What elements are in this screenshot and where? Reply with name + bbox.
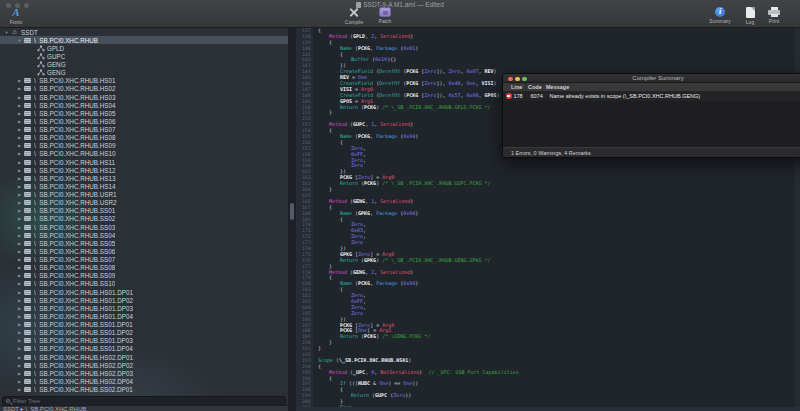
disclosure-triangle-icon[interactable]: ▶ [16,176,23,181]
tree-item[interactable]: ▶\_SB.PCI0.XHC.RHUB.HS01.DP02 [0,296,288,304]
disclosure-triangle-icon[interactable]: ▶ [16,135,23,140]
tree-item[interactable]: ▼\_SB.PCI0.XHC.RHUB [0,36,288,44]
tree-item[interactable]: ▶\_SB.PCI0.XHC.RHUB.SS01 [0,207,288,215]
tree-item[interactable]: ▶\_SB.PCI0.XHC.RHUB.HS10 [0,150,288,158]
summary-button[interactable]: i Summary [706,7,734,24]
sidebar-scrollbar-thumb[interactable] [290,203,295,220]
disclosure-triangle-icon[interactable]: ▶ [16,306,23,311]
tree-item[interactable]: ▶\_SB.PCI0.XHC.RHUB.SS10 [0,280,288,288]
tree-item[interactable]: ▶\_SB.PCI0.XHC.RHUB.HS14 [0,182,288,190]
tree-item[interactable]: GPLD [0,44,288,52]
column-header-line[interactable]: Line [503,83,526,91]
log-button[interactable]: Log [741,7,759,25]
tree-item[interactable]: ▶\_SB.PCI0.XHC.RHUB.HS03 [0,93,288,101]
column-header-code[interactable]: Code [526,83,543,91]
tree-item[interactable]: ▼⌂SSDT [0,28,288,36]
breadcrumb[interactable]: SSDT ▸ \_SB.PCI0.XHC.RHUB [0,405,288,411]
tree-item[interactable]: ▶\_SB.PCI0.XHC.RHUB.HS02.DP01 [0,353,288,361]
disclosure-triangle-icon[interactable]: ▶ [16,216,23,221]
disclosure-triangle-icon[interactable]: ▶ [16,379,23,384]
tree-item[interactable]: ▶\_SB.PCI0.XHC.RHUB.HS05 [0,109,288,117]
disclosure-triangle-icon[interactable]: ▶ [16,111,23,116]
disclosure-triangle-icon[interactable]: ▶ [16,103,23,108]
tree-item[interactable]: ▶\_SB.PCI0.XHC.RHUB.HS06 [0,117,288,125]
tree-item[interactable]: ▶\_SB.PCI0.XHC.RHUB.SS01.DP01 [0,321,288,329]
disclosure-triangle-icon[interactable]: ▶ [16,127,23,132]
tree-item[interactable]: ▶\_SB.PCI0.XHC.RHUB.SS04 [0,231,288,239]
disclosure-triangle-icon[interactable]: ▶ [16,86,23,91]
disclosure-triangle-icon[interactable]: ▶ [16,241,23,246]
disclosure-triangle-icon[interactable]: ▼ [3,30,10,35]
tree-item[interactable]: ▶\_SB.PCI0.XHC.RHUB.SS03 [0,223,288,231]
disclosure-triangle-icon[interactable]: ▶ [16,338,23,343]
disclosure-triangle-icon[interactable]: ▶ [16,265,23,270]
tree-item[interactable]: ▶\_SB.PCI0.XHC.RHUB.HS02.DP04 [0,377,288,385]
disclosure-triangle-icon[interactable]: ▶ [16,160,23,165]
tree-item[interactable]: ▶\_SB.PCI0.XHC.RHUB.HS04 [0,101,288,109]
tree-item[interactable]: ▶\_SB.PCI0.XHC.RHUB.SS07 [0,256,288,264]
tree-item[interactable]: ▶\_SB.PCI0.XHC.RHUB.SS08 [0,264,288,272]
disclosure-triangle-icon[interactable]: ▶ [16,200,23,205]
disclosure-triangle-icon[interactable]: ▶ [16,290,23,295]
disclosure-triangle-icon[interactable]: ▶ [16,225,23,230]
tree-item[interactable]: ▶\_SB.PCI0.XHC.RHUB.HS13 [0,174,288,182]
tree-item[interactable]: ▶\_SB.PCI0.XHC.RHUB.HS11 [0,158,288,166]
tree-item[interactable]: ▶\_SB.PCI0.XHC.RHUB.SS05 [0,239,288,247]
fonts-button[interactable]: A Fonts [4,7,28,25]
disclosure-triangle-icon[interactable]: ▶ [16,322,23,327]
disclosure-triangle-icon[interactable]: ▶ [16,168,23,173]
popup-titlebar[interactable]: Compiler Summary [503,74,800,83]
disclosure-triangle-icon[interactable]: ▶ [16,387,23,392]
tree-item[interactable]: GENG [0,61,288,69]
disclosure-triangle-icon[interactable]: ▶ [16,184,23,189]
disclosure-triangle-icon[interactable]: ▶ [16,330,23,335]
popup-minimize-icon[interactable] [515,77,520,82]
compile-button[interactable]: Compile [341,7,367,25]
tree-item[interactable]: ▶\_SB.PCI0.XHC.RHUB.SS01.DP03 [0,337,288,345]
disclosure-triangle-icon[interactable]: ▶ [16,192,23,197]
popup-zoom-icon[interactable] [522,77,527,82]
disclosure-triangle-icon[interactable]: ▶ [16,298,23,303]
tree-item[interactable]: ▶\_SB.PCI0.XHC.RHUB.HS08 [0,134,288,142]
tree-item[interactable]: ▶\_SB.PCI0.XHC.RHUB.HS01.DP01 [0,288,288,296]
disclosure-triangle-icon[interactable]: ▼ [16,38,23,43]
compiler-message-row[interactable]: 1786074Name already exists in scope (\_S… [503,92,800,101]
tree-item[interactable]: ▶\_SB.PCI0.XHC.RHUB.HS07 [0,126,288,134]
tree-item[interactable]: ▶\_SB.PCI0.XHC.RHUB.SS02.DP01 [0,386,288,394]
tree-item[interactable]: ▶\_SB.PCI0.XHC.RHUB.SS01.DP02 [0,329,288,337]
disclosure-triangle-icon[interactable]: ▶ [16,363,23,368]
tree-item[interactable]: ▶\_SB.PCI0.XHC.RHUB.USR1 [0,191,288,199]
disclosure-triangle-icon[interactable]: ▶ [16,314,23,319]
tree-item[interactable]: ▶\_SB.PCI0.XHC.RHUB.HS09 [0,142,288,150]
tree-item[interactable]: ▶\_SB.PCI0.XHC.RHUB.HS02 [0,85,288,93]
disclosure-triangle-icon[interactable]: ▶ [16,151,23,156]
tree-item[interactable]: ▶\_SB.PCI0.XHC.RHUB.SS02 [0,215,288,223]
column-header-message[interactable]: Message [543,83,800,91]
tree-item[interactable]: ▶\_SB.PCI0.XHC.RHUB.SS09 [0,272,288,280]
tree-item[interactable]: ▶\_SB.PCI0.XHC.RHUB.HS01.DP04 [0,312,288,320]
tree-item[interactable]: GENG [0,69,288,77]
disclosure-triangle-icon[interactable]: ▶ [16,281,23,286]
popup-close-icon[interactable] [508,77,513,82]
tree-item[interactable]: ▶\_SB.PCI0.XHC.RHUB.SS01.DP04 [0,345,288,353]
disclosure-triangle-icon[interactable]: ▶ [16,78,23,83]
tree-item[interactable]: ▶\_SB.PCI0.XHC.RHUB.SS06 [0,247,288,255]
disclosure-triangle-icon[interactable]: ▶ [16,119,23,124]
tree-item[interactable]: ▶\_SB.PCI0.XHC.RHUB.HS02.DP03 [0,369,288,377]
tree-item[interactable]: GUPC [0,52,288,60]
disclosure-triangle-icon[interactable]: ▶ [16,249,23,254]
pane-splitter[interactable] [288,28,296,411]
patch-button[interactable]: Patch [374,7,396,24]
disclosure-triangle-icon[interactable]: ▶ [16,257,23,262]
disclosure-triangle-icon[interactable]: ▶ [16,233,23,238]
tree-item[interactable]: ▶\_SB.PCI0.XHC.RHUB.HS01 [0,77,288,85]
tree-item[interactable]: ▶\_SB.PCI0.XHC.RHUB.HS02.DP02 [0,361,288,369]
disclosure-triangle-icon[interactable]: ▶ [16,95,23,100]
disclosure-triangle-icon[interactable]: ▶ [16,208,23,213]
print-button[interactable]: Print [764,7,784,24]
editor-horizontal-scrollbar[interactable] [296,407,800,411]
disclosure-triangle-icon[interactable]: ▶ [16,143,23,148]
tree-item[interactable]: ▶\_SB.PCI0.XHC.RHUB.HS01.DP03 [0,304,288,312]
disclosure-triangle-icon[interactable]: ▶ [16,346,23,351]
disclosure-triangle-icon[interactable]: ▶ [16,371,23,376]
